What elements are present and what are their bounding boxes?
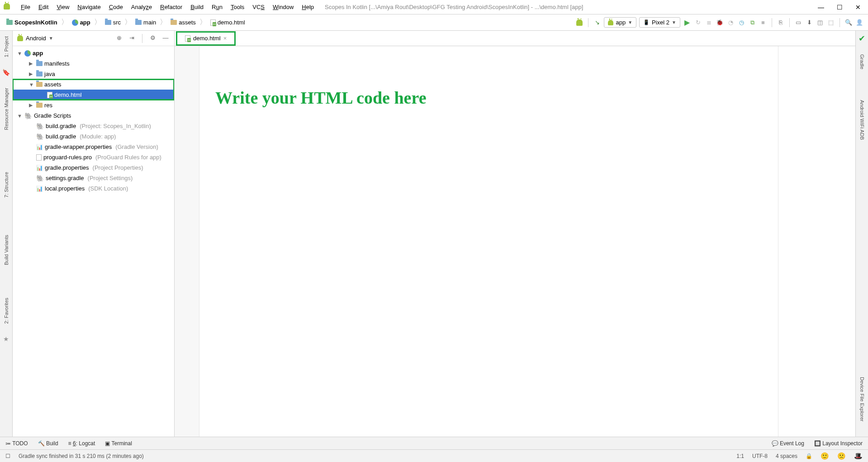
editor-tabs: demo.html × <box>175 31 855 46</box>
profile-icon[interactable]: ◷ <box>737 19 745 27</box>
tree-proguard[interactable]: proguard-rules.pro(ProGuard Rules for ap… <box>13 152 174 162</box>
breadcrumb: ScopesInKotlin〉 app〉 src〉 main〉 assets〉 … <box>5 18 247 27</box>
sync-icon[interactable] <box>575 19 583 27</box>
crumb-assets[interactable]: assets <box>169 18 198 27</box>
rail-star-icon[interactable]: ★ <box>3 335 9 343</box>
menu-view[interactable]: View <box>53 3 73 11</box>
hammer-icon[interactable]: ↘ <box>593 19 601 27</box>
resource-manager-icon[interactable]: ◫ <box>816 19 824 27</box>
rail-wifi-adb[interactable]: Android WiFi ADB <box>859 97 865 143</box>
menu-edit[interactable]: Edit <box>35 3 52 11</box>
attach-debugger-icon[interactable]: ⧉ <box>748 19 756 27</box>
rail-resource-manager[interactable]: Resource Manager <box>4 85 9 133</box>
rail-structure[interactable]: 7: Structure <box>4 169 9 200</box>
status-encoding[interactable]: UTF-8 <box>752 453 768 459</box>
project-structure-icon[interactable]: ⬚ <box>827 19 835 27</box>
device-dropdown[interactable]: 📱Pixel 2▼ <box>639 17 680 28</box>
project-tree[interactable]: ▼app ▶manifests ▶java ▼assets demo.html … <box>13 46 174 437</box>
highlight-assets-group: ▼assets demo.html <box>13 79 174 100</box>
menu-navigate[interactable]: Navigate <box>74 3 104 11</box>
crumb-file[interactable]: demo.html <box>209 18 247 27</box>
bottom-terminal[interactable]: ▣ Terminal <box>105 440 132 447</box>
sdk-manager-icon[interactable]: ⬇ <box>805 19 813 27</box>
menu-tools[interactable]: Tools <box>227 3 248 11</box>
rail-favorites[interactable]: 2: Favorites <box>4 295 9 326</box>
menu-code[interactable]: Code <box>105 3 127 11</box>
minimize-button[interactable]: — <box>818 4 824 11</box>
rail-gradle[interactable]: Gradle <box>859 52 865 72</box>
status-indent[interactable]: 4 spaces <box>776 453 797 459</box>
window-title: Scopes In Kotlin [...\Amiya Rout\Desktop… <box>325 4 583 10</box>
tree-app[interactable]: ▼app <box>13 48 174 58</box>
status-icon[interactable]: ☐ <box>5 453 10 459</box>
activity-restart-icon[interactable]: ≣ <box>705 19 713 27</box>
tree-res[interactable]: ▶res <box>13 100 174 110</box>
tree-demo-html[interactable]: demo.html <box>13 90 174 100</box>
tree-java[interactable]: ▶java <box>13 69 174 79</box>
menu-refactor[interactable]: Refactor <box>157 3 186 11</box>
tree-assets[interactable]: ▼assets <box>13 79 174 90</box>
tree-build-gradle-project[interactable]: 🐘build.gradle(Project: Scopes_In_Kotlin) <box>13 121 174 131</box>
tree-settings-gradle[interactable]: 🐘settings.gradle(Project Settings) <box>13 173 174 183</box>
gear-icon[interactable]: ⚙ <box>149 34 157 42</box>
menu-run[interactable]: Run <box>208 3 226 11</box>
status-lock-icon[interactable]: 🔒 <box>806 453 812 459</box>
project-view-dropdown[interactable]: Android ▼ <box>17 35 53 42</box>
tree-build-gradle-module[interactable]: 🐘build.gradle(Module: app) <box>13 131 174 142</box>
menu-window[interactable]: Window <box>269 3 297 11</box>
tab-demo-html[interactable]: demo.html × <box>176 32 235 45</box>
rail-build-variants[interactable]: Build Variants <box>4 232 9 268</box>
avd-manager-icon[interactable]: ▭ <box>794 19 802 27</box>
debug-icon[interactable]: 🐞 <box>716 19 724 27</box>
tree-local-properties[interactable]: 📊local.properties(SDK Location) <box>13 183 174 194</box>
left-tool-rail: 1: Project 🔖 Resource Manager 7: Structu… <box>0 31 13 437</box>
bottom-event-log[interactable]: 💬 Event Log <box>772 440 804 447</box>
run-icon[interactable]: ▶ <box>683 19 691 27</box>
search-icon[interactable]: 🔍 <box>844 19 853 27</box>
rail-project[interactable]: 1: Project <box>4 33 9 60</box>
editor-area: demo.html × Write your HTML code here <box>175 31 855 437</box>
crumb-app[interactable]: app <box>70 18 92 27</box>
rail-device-file-explorer[interactable]: Device File Explorer <box>859 374 865 424</box>
bottom-build[interactable]: 🔨 Build <box>38 440 58 447</box>
status-bar: ☐ Gradle sync finished in 31 s 210 ms (2… <box>0 449 868 462</box>
status-emoji-frown[interactable]: 🙁 <box>837 452 846 460</box>
tree-gradle-scripts[interactable]: ▼🐘Gradle Scripts <box>13 110 174 121</box>
tree-gradle-properties[interactable]: 📊gradle.properties(Project Properties) <box>13 162 174 173</box>
tree-gradle-wrapper[interactable]: 📊gradle-wrapper.properties(Gradle Versio… <box>13 142 174 152</box>
menu-file[interactable]: File <box>17 3 34 11</box>
inspections-ok-icon[interactable]: ✔ <box>859 33 865 43</box>
tab-label: demo.html <box>193 35 221 42</box>
status-caret-pos[interactable]: 1:1 <box>736 453 744 459</box>
menu-build[interactable]: Build <box>187 3 207 11</box>
vcs-icon[interactable]: ⎘ <box>777 19 785 27</box>
close-tab-icon[interactable]: × <box>223 35 227 42</box>
rail-bookmark-icon[interactable]: 🔖 <box>2 69 10 76</box>
run-config-dropdown[interactable]: app▼ <box>604 17 636 28</box>
status-emoji-gift[interactable]: 🎩 <box>854 452 863 460</box>
hide-panel-icon[interactable]: — <box>161 34 170 42</box>
user-icon[interactable]: 👤 <box>855 19 863 27</box>
crumb-project[interactable]: ScopesInKotlin <box>5 18 59 27</box>
select-opened-file-icon[interactable]: ⊕ <box>115 34 123 42</box>
collapse-all-icon[interactable]: ⇥ <box>128 34 136 42</box>
menu-vcs[interactable]: VCS <box>249 3 268 11</box>
menu-help[interactable]: Help <box>298 3 318 11</box>
editor-gutter[interactable] <box>175 46 199 437</box>
tree-manifests[interactable]: ▶manifests <box>13 58 174 69</box>
right-tool-rail: ✔ Gradle Android WiFi ADB Device File Ex… <box>855 31 868 437</box>
bottom-logcat[interactable]: ≡ 6: Logcat <box>68 440 95 447</box>
bottom-layout-inspector[interactable]: 🔲 Layout Inspector <box>814 440 863 447</box>
bottom-todo[interactable]: ≔ TODO <box>5 440 28 447</box>
status-emoji-smile[interactable]: 🙂 <box>821 452 829 460</box>
crumb-main[interactable]: main <box>133 18 158 27</box>
apply-changes-icon[interactable]: ↻ <box>694 19 702 27</box>
close-button[interactable]: ✕ <box>855 4 861 11</box>
menu-analyze[interactable]: Analyze <box>128 3 156 11</box>
coverage-icon[interactable]: ◔ <box>726 19 735 27</box>
editor-preview[interactable]: Write your HTML code here <box>199 46 778 437</box>
stop-icon[interactable]: ■ <box>759 19 767 27</box>
crumb-src[interactable]: src <box>103 18 123 27</box>
maximize-button[interactable]: ☐ <box>837 4 843 11</box>
editor-right-gutter <box>778 46 855 437</box>
